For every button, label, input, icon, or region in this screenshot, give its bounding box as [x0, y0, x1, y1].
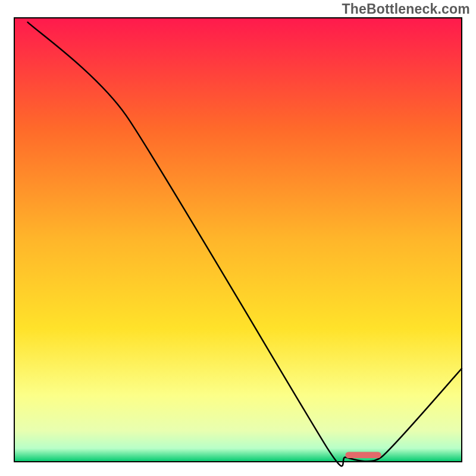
- bottleneck-chart: [0, 0, 476, 476]
- target-marker: [345, 452, 381, 458]
- chart-container: TheBottleneck.com: [0, 0, 476, 476]
- watermark-text: TheBottleneck.com: [342, 1, 470, 17]
- plot-background: [14, 18, 462, 462]
